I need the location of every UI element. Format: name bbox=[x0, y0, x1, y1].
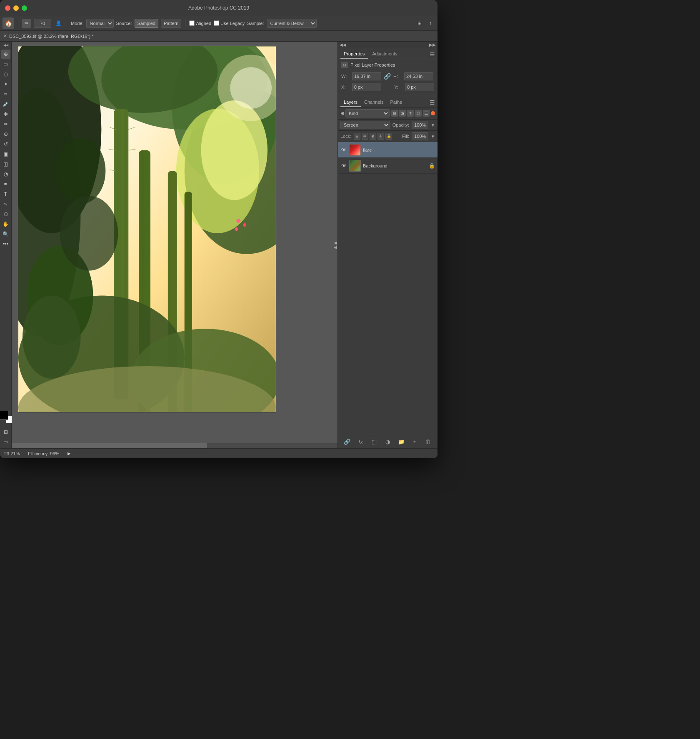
minimize-button[interactable] bbox=[13, 5, 19, 11]
tab-paths[interactable]: Paths bbox=[387, 98, 405, 107]
panel-collapse-top[interactable]: ◀◀ bbox=[3, 43, 8, 47]
w-input[interactable] bbox=[352, 72, 381, 80]
lock-transparent-btn[interactable]: ⊟ bbox=[354, 133, 360, 140]
adjustment-btn[interactable]: ◑ bbox=[383, 437, 392, 447]
home-button[interactable]: 🏠 bbox=[2, 17, 14, 29]
flare-visibility-btn[interactable]: 👁 bbox=[340, 147, 347, 153]
tab-close-button[interactable]: ✕ bbox=[3, 33, 7, 39]
y-input[interactable] bbox=[405, 83, 434, 91]
dodge-btn[interactable]: ◔ bbox=[1, 170, 10, 179]
history-btn[interactable]: ↺ bbox=[1, 140, 10, 149]
right-collapse-btn[interactable]: ▶▶ bbox=[429, 42, 436, 47]
layers-section: Layers Channels Paths ☰ ⊞ Kind bbox=[338, 96, 438, 448]
new-group-btn[interactable]: 📁 bbox=[397, 437, 406, 447]
zoom-btn[interactable]: 🔍 bbox=[1, 230, 10, 239]
close-button[interactable] bbox=[5, 5, 10, 11]
share-button[interactable]: ↑ bbox=[426, 19, 435, 28]
lock-label: Lock: bbox=[340, 134, 351, 139]
bg-lock-icon: 🔒 bbox=[429, 163, 435, 169]
magic-wand-btn[interactable]: ✦ bbox=[1, 80, 10, 89]
opacity-input[interactable] bbox=[412, 121, 428, 129]
opacity-dropdown[interactable]: ▼ bbox=[431, 123, 435, 127]
fill-dropdown[interactable]: ▼ bbox=[431, 134, 435, 139]
brush-tool-btn[interactable]: ✏ bbox=[22, 19, 31, 28]
filter-adjust-icon[interactable]: ◑ bbox=[399, 110, 406, 117]
fg-bg-colors[interactable] bbox=[0, 411, 12, 424]
workspace-button[interactable]: ⊞ bbox=[415, 19, 424, 28]
x-input[interactable] bbox=[352, 83, 381, 91]
stamp-btn[interactable]: ⊙ bbox=[1, 130, 10, 139]
properties-menu-btn[interactable]: ☰ bbox=[430, 51, 435, 57]
tab-properties[interactable]: Properties bbox=[340, 50, 368, 59]
maximize-button[interactable] bbox=[22, 5, 27, 11]
filter-shape-icon[interactable]: ⬡ bbox=[415, 110, 422, 117]
add-mask-btn[interactable]: ⬚ bbox=[370, 437, 379, 447]
brush-btn[interactable]: ✏ bbox=[1, 120, 10, 129]
scroll-thumb[interactable] bbox=[12, 443, 207, 448]
type-btn[interactable]: T bbox=[1, 190, 10, 199]
path-select-btn[interactable]: ↖ bbox=[1, 200, 10, 209]
marquee-tool-btn[interactable]: ▭ bbox=[1, 60, 10, 69]
svg-point-34 bbox=[56, 138, 106, 204]
filter-pixel-icon[interactable]: ⊟ bbox=[391, 110, 398, 117]
tab-adjustments[interactable]: Adjustments bbox=[369, 50, 401, 59]
lasso-tool-btn[interactable]: ◌ bbox=[1, 70, 10, 79]
lock-artboard-btn[interactable]: ⊕ bbox=[370, 133, 376, 140]
chain-link-icon[interactable]: 🔗 bbox=[384, 73, 391, 80]
tab-layers[interactable]: Layers bbox=[340, 98, 361, 107]
hand-btn[interactable]: ✋ bbox=[1, 220, 10, 229]
sampled-button[interactable]: Sampled bbox=[135, 19, 158, 28]
use-legacy-checkbox[interactable]: Use Legacy bbox=[214, 20, 245, 26]
pen-btn[interactable]: ✒ bbox=[1, 180, 10, 189]
more-btn[interactable]: ••• bbox=[1, 240, 10, 249]
aligned-checkbox[interactable]: Aligned bbox=[189, 20, 211, 26]
quick-mask-btn[interactable]: ⊟ bbox=[1, 427, 10, 437]
layers-menu-btn[interactable]: ☰ bbox=[430, 99, 435, 106]
lock-paint-btn[interactable]: ✏ bbox=[362, 133, 368, 140]
zoom-level: 23.21% bbox=[4, 451, 20, 456]
layer-item-flare[interactable]: 👁 flare bbox=[338, 142, 438, 158]
delete-layer-btn[interactable]: 🗑 bbox=[424, 437, 433, 447]
mode-select[interactable]: Normal bbox=[86, 19, 114, 28]
flare-thumbnail bbox=[349, 144, 361, 156]
fx-btn[interactable]: fx bbox=[356, 437, 365, 447]
bg-visibility-btn[interactable]: 👁 bbox=[340, 162, 347, 169]
fill-input[interactable] bbox=[412, 132, 428, 140]
separator-1 bbox=[18, 19, 18, 27]
healing-btn[interactable]: ✚ bbox=[1, 110, 10, 119]
layer-item-background[interactable]: 👁 Background 🔒 bbox=[338, 158, 438, 174]
brush-size-input[interactable] bbox=[34, 19, 51, 28]
right-panel-collapse[interactable]: ◀◀ bbox=[333, 240, 338, 250]
lock-all-btn[interactable]: 🔒 bbox=[385, 133, 392, 140]
eraser-btn[interactable]: ▣ bbox=[1, 150, 10, 159]
canvas-image bbox=[18, 46, 276, 412]
blend-mode-row: Screen Opacity: ▼ bbox=[338, 120, 438, 131]
kind-select[interactable]: Kind bbox=[345, 109, 390, 117]
portrait-icon[interactable]: 👤 bbox=[54, 19, 63, 28]
mode-label: Mode: bbox=[71, 21, 84, 26]
link-layers-btn[interactable]: 🔗 bbox=[342, 437, 352, 447]
horizontal-scrollbar[interactable] bbox=[12, 443, 338, 448]
canvas-area[interactable]: ◀◀ bbox=[12, 42, 338, 448]
crop-tool-btn[interactable]: ⌗ bbox=[1, 90, 10, 99]
filter-type-icon[interactable]: T bbox=[407, 110, 414, 117]
gradient-btn[interactable]: ◫ bbox=[1, 160, 10, 169]
new-layer-btn[interactable]: + bbox=[410, 437, 419, 447]
move-tool-btn[interactable]: ⊕ bbox=[1, 50, 10, 59]
filter-smart-icon[interactable]: ☰ bbox=[423, 110, 430, 117]
eyedropper-btn[interactable]: 💉 bbox=[1, 100, 10, 109]
status-arrow[interactable]: ▶ bbox=[68, 451, 71, 456]
use-legacy-input[interactable] bbox=[214, 20, 219, 26]
sample-select[interactable]: Current & Below bbox=[267, 19, 317, 28]
screen-mode-btn[interactable]: ▭ bbox=[1, 437, 10, 447]
aligned-input[interactable] bbox=[189, 20, 195, 26]
svg-point-35 bbox=[60, 196, 118, 270]
foreground-color[interactable] bbox=[0, 411, 8, 420]
left-collapse-btn[interactable]: ◀◀ bbox=[340, 42, 346, 47]
tab-channels[interactable]: Channels bbox=[361, 98, 387, 107]
h-input[interactable] bbox=[404, 72, 433, 80]
blend-mode-select[interactable]: Screen bbox=[340, 121, 390, 129]
pattern-button[interactable]: Pattern bbox=[161, 19, 181, 28]
lock-position-btn[interactable]: ✢ bbox=[378, 133, 384, 140]
shape-btn[interactable]: ⬡ bbox=[1, 210, 10, 219]
